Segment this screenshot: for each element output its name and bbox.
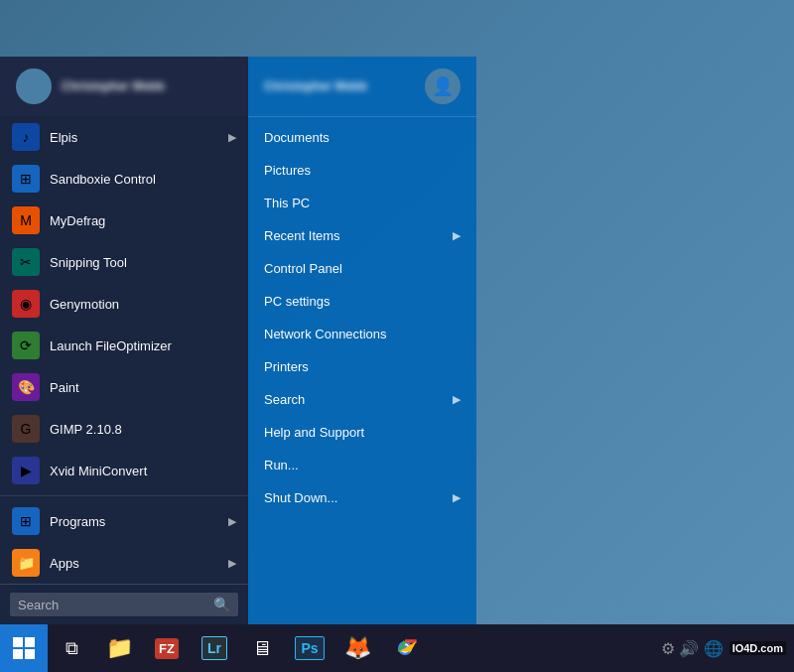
- taskbar: ⧉ 📁 FZ Lr 🖥 Ps 🦊: [0, 624, 794, 672]
- app-icon-mydefrag: M: [12, 206, 40, 234]
- username-right: Christopher Webb: [264, 79, 367, 93]
- right-item-label-shut-down: Shut Down...: [264, 490, 337, 505]
- right-item-arrow-shut-down: ▶: [453, 491, 461, 504]
- start-app-snipping[interactable]: ✂ Snipping Tool: [0, 241, 248, 283]
- app-label-gimp: GIMP 2.10.8: [50, 422, 236, 437]
- right-item-label-pictures: Pictures: [264, 163, 311, 178]
- remote-desktop-icon: 🖥: [252, 637, 272, 660]
- start-user-area: Christopher Webb: [0, 57, 248, 116]
- start-button[interactable]: [0, 624, 48, 672]
- firefox-icon: 🦊: [344, 635, 371, 661]
- taskbar-icon-task-view[interactable]: ⧉: [48, 624, 95, 672]
- filezilla-icon: FZ: [155, 638, 179, 659]
- app-label-sandboxie: Sandboxie Control: [50, 172, 236, 187]
- bottom-label-apps: Apps: [50, 556, 218, 571]
- user-avatar-right: 👤: [425, 68, 461, 104]
- right-item-pc-settings[interactable]: PC settings: [248, 285, 476, 318]
- start-app-paint[interactable]: 🎨 Paint: [0, 366, 248, 408]
- right-item-search[interactable]: Search ▶: [248, 383, 476, 416]
- tray-icons: ⚙ 🔊 🌐: [661, 639, 724, 658]
- apps-list: ♪ Elpis ▶ ⊞ Sandboxie Control M MyDefrag…: [0, 116, 248, 584]
- photoshop-icon: Ps: [295, 636, 324, 660]
- start-app-sandboxie[interactable]: ⊞ Sandboxie Control: [0, 158, 248, 200]
- right-item-label-recent-items: Recent Items: [264, 228, 340, 243]
- task-view-icon: ⧉: [66, 638, 78, 659]
- right-item-pictures[interactable]: Pictures: [248, 154, 476, 187]
- start-search-area: 🔍: [0, 584, 248, 624]
- right-item-documents[interactable]: Documents: [248, 121, 476, 154]
- right-item-arrow-search: ▶: [453, 393, 461, 406]
- right-header: Christopher Webb 👤: [248, 57, 476, 117]
- app-label-elpis: Elpis: [50, 130, 218, 145]
- right-item-control-panel[interactable]: Control Panel: [248, 252, 476, 285]
- chrome-icon: [391, 634, 419, 662]
- start-menu-right: Christopher Webb 👤 Documents Pictures Th…: [248, 57, 476, 624]
- right-item-label-search: Search: [264, 392, 305, 407]
- folder-icon: 📁: [106, 635, 133, 661]
- desktop: Christopher Webb ♪ Elpis ▶ ⊞ Sandboxie C…: [0, 0, 794, 672]
- right-item-label-printers: Printers: [264, 359, 309, 374]
- app-icon-fileoptimizer: ⟳: [12, 332, 40, 359]
- app-arrow-elpis: ▶: [228, 131, 236, 144]
- right-item-recent-items[interactable]: Recent Items ▶: [248, 219, 476, 252]
- app-icon-sandboxie: ⊞: [12, 165, 40, 193]
- search-box[interactable]: 🔍: [10, 593, 238, 616]
- taskbar-icon-filezilla[interactable]: FZ: [143, 624, 191, 672]
- right-items: Documents Pictures This PC Recent Items …: [248, 117, 476, 624]
- bottom-label-programs: Programs: [50, 514, 218, 529]
- right-item-label-run: Run...: [264, 458, 299, 472]
- taskbar-icons: ⧉ 📁 FZ Lr 🖥 Ps 🦊: [48, 624, 653, 672]
- start-app-fileoptimizer[interactable]: ⟳ Launch FileOptimizer: [0, 325, 248, 366]
- start-menu-left: Christopher Webb ♪ Elpis ▶ ⊞ Sandboxie C…: [0, 57, 248, 624]
- bottom-icon-apps: 📁: [12, 549, 40, 577]
- app-icon-genymotion: ◉: [12, 290, 40, 318]
- start-app-mydefrag[interactable]: M MyDefrag: [0, 200, 248, 241]
- start-bottom-programs[interactable]: ⊞ Programs ▶: [0, 500, 248, 542]
- app-icon-paint: 🎨: [12, 373, 40, 401]
- start-app-elpis[interactable]: ♪ Elpis ▶: [0, 116, 248, 158]
- right-item-arrow-recent-items: ▶: [453, 229, 461, 242]
- app-label-xvid: Xvid MiniConvert: [50, 464, 236, 478]
- taskbar-icon-remote-desktop[interactable]: 🖥: [238, 624, 286, 672]
- lightroom-icon: Lr: [201, 636, 227, 660]
- taskbar-icon-lightroom[interactable]: Lr: [191, 624, 238, 672]
- right-item-label-network-connections: Network Connections: [264, 327, 387, 341]
- right-item-network-connections[interactable]: Network Connections: [248, 318, 476, 350]
- app-icon-gimp: G: [12, 415, 40, 443]
- right-item-label-help-support: Help and Support: [264, 425, 364, 440]
- right-item-printers[interactable]: Printers: [248, 350, 476, 383]
- right-item-help-support[interactable]: Help and Support: [248, 416, 476, 449]
- right-item-this-pc[interactable]: This PC: [248, 187, 476, 219]
- app-icon-xvid: ▶: [12, 457, 40, 484]
- start-app-xvid[interactable]: ▶ Xvid MiniConvert: [0, 450, 248, 491]
- app-icon-elpis: ♪: [12, 123, 40, 151]
- app-label-paint: Paint: [50, 380, 236, 395]
- right-item-label-this-pc: This PC: [264, 196, 310, 210]
- taskbar-tray: ⚙ 🔊 🌐 IO4D.com: [653, 639, 794, 658]
- bottom-arrow-programs: ▶: [228, 515, 236, 528]
- right-item-label-pc-settings: PC settings: [264, 294, 330, 309]
- start-app-gimp[interactable]: G GIMP 2.10.8: [0, 408, 248, 450]
- right-item-label-control-panel: Control Panel: [264, 261, 342, 276]
- search-icon[interactable]: 🔍: [213, 597, 230, 612]
- app-label-snipping: Snipping Tool: [50, 255, 236, 270]
- windows-logo-icon: [13, 637, 35, 659]
- search-input[interactable]: [18, 598, 213, 612]
- start-menu: Christopher Webb ♪ Elpis ▶ ⊞ Sandboxie C…: [0, 57, 476, 624]
- app-label-mydefrag: MyDefrag: [50, 213, 236, 228]
- io4d-label: IO4D.com: [729, 641, 786, 655]
- taskbar-icon-file-explorer[interactable]: 📁: [95, 624, 143, 672]
- start-app-genymotion[interactable]: ◉ Genymotion: [0, 283, 248, 325]
- avatar: [16, 68, 52, 104]
- right-item-run[interactable]: Run...: [248, 449, 476, 481]
- bottom-icon-programs: ⊞: [12, 507, 40, 535]
- divider: [0, 495, 248, 496]
- taskbar-icon-chrome[interactable]: [381, 624, 429, 672]
- start-bottom-apps[interactable]: 📁 Apps ▶: [0, 542, 248, 584]
- app-icon-snipping: ✂: [12, 248, 40, 276]
- right-item-label-documents: Documents: [264, 130, 330, 145]
- taskbar-icon-photoshop[interactable]: Ps: [286, 624, 333, 672]
- app-label-fileoptimizer: Launch FileOptimizer: [50, 338, 236, 353]
- taskbar-icon-firefox[interactable]: 🦊: [333, 624, 381, 672]
- right-item-shut-down[interactable]: Shut Down... ▶: [248, 481, 476, 514]
